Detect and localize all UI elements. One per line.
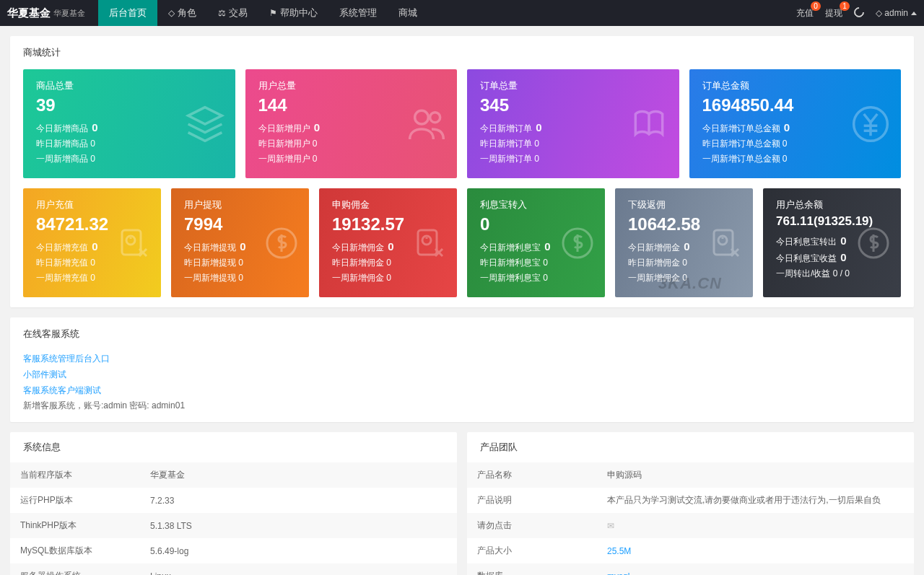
database-link[interactable]: mysql	[607, 571, 629, 576]
withdraw-badge: 1	[840, 1, 850, 11]
sys-info-title: 系统信息	[10, 432, 457, 462]
chevron-up-icon	[911, 12, 917, 15]
nav-system[interactable]: 系统管理	[328, 0, 388, 26]
svg-point-4	[126, 236, 135, 245]
mall-stats-panel: 商城统计 商品总量 39 今日新增商品 0 昨日新增商品 0 一周新增商品 0 …	[10, 36, 914, 307]
svg-rect-6	[418, 230, 437, 255]
table-row: MySQL数据库版本5.6.49-log	[10, 538, 457, 563]
stack-icon	[185, 104, 225, 144]
service-panel: 在线客服系统 客服系统管理后台入口 小部件测试 客服系统客户端测试 新增客服系统…	[10, 317, 914, 422]
stats-row-1: 商品总量 39 今日新增商品 0 昨日新增商品 0 一周新增商品 0 用户总量 …	[23, 69, 901, 178]
nav-role[interactable]: ◇角色	[157, 0, 207, 26]
brand: 华夏基金	[7, 6, 51, 20]
recharge-link[interactable]: 充值0	[796, 7, 814, 19]
doc-edit-icon	[116, 226, 151, 260]
nav-trade[interactable]: ⚖交易	[207, 0, 258, 26]
sys-info-table: 当前程序版本华夏基金 运行PHP版本7.2.33 ThinkPHP版本5.1.3…	[10, 462, 457, 575]
svg-rect-9	[714, 230, 733, 255]
table-row: 产品大小25.5M	[467, 538, 914, 563]
card-user-total: 用户总量 144 今日新增用户 0 昨日新增用户 0 一周新增用户 0	[245, 69, 458, 178]
product-size-link[interactable]: 25.5M	[607, 546, 631, 556]
user-menu[interactable]: ◇ admin	[876, 8, 917, 18]
nav-home[interactable]: 后台首页	[98, 0, 157, 26]
doc-edit-icon	[708, 226, 743, 260]
product-team-table: 产品名称申购源码 产品说明本产品只为学习测试交流,请勿要做商业或者用于违法行为,…	[467, 462, 914, 575]
product-team-title: 产品团队	[467, 432, 914, 462]
nav-help[interactable]: ⚑帮助中心	[258, 0, 328, 26]
card-balance: 用户总余额 761.11(91325.19) 今日利息宝转出 0 今日利息宝收益…	[763, 188, 901, 297]
table-row: 当前程序版本华夏基金	[10, 462, 457, 488]
card-order-amount: 订单总金额 1694850.44 今日新增订单总金额 0 昨日新增订单总金额 0…	[689, 69, 902, 178]
withdraw-link[interactable]: 提现1	[825, 7, 842, 19]
table-row: 运行PHP版本7.2.33	[10, 488, 457, 513]
table-row: ThinkPHP版本5.1.38 LTS	[10, 513, 457, 538]
service-title: 在线客服系统	[23, 328, 901, 341]
table-row: 产品名称申购源码	[467, 462, 914, 488]
brand-sub: 华夏基金	[53, 8, 85, 19]
service-link-client[interactable]: 客服系统客户端测试	[23, 382, 901, 398]
service-hint: 新增客服系统，账号:admin 密码: admin01	[23, 400, 901, 412]
table-row: 数据库mysql	[467, 563, 914, 575]
svg-point-0	[415, 110, 429, 124]
stats-row-2: 用户充值 84721.32 今日新增充值 0 昨日新增充值 0 一周新增充值 0…	[23, 188, 901, 297]
topbar: 华夏基金 华夏基金 后台首页 ◇角色 ⚖交易 ⚑帮助中心 系统管理 商城 充值0…	[0, 0, 924, 26]
recharge-badge: 0	[811, 1, 821, 11]
svg-rect-3	[122, 230, 141, 255]
product-team-panel: 产品团队 产品名称申购源码 产品说明本产品只为学习测试交流,请勿要做商业或者用于…	[467, 432, 914, 575]
doc-edit-icon	[412, 226, 447, 260]
user-icon: ◇	[876, 8, 882, 18]
card-withdraw: 用户提现 7994 今日新增提现 0 昨日新增提现 0 一周新增提现 0	[171, 188, 309, 297]
service-link-admin[interactable]: 客服系统管理后台入口	[23, 351, 901, 366]
refresh-button[interactable]	[854, 7, 864, 19]
sys-info-panel: 系统信息 当前程序版本华夏基金 运行PHP版本7.2.33 ThinkPHP版本…	[10, 432, 457, 575]
table-row: 产品说明本产品只为学习测试交流,请勿要做商业或者用于违法行为,一切后果自负	[467, 488, 914, 513]
bottom-row: 系统信息 当前程序版本华夏基金 运行PHP版本7.2.33 ThinkPHP版本…	[10, 432, 914, 575]
svg-point-10	[718, 236, 727, 245]
users-icon	[406, 104, 447, 144]
user-icon: ◇	[168, 8, 175, 18]
svg-point-1	[430, 112, 440, 122]
card-recharge: 用户充值 84721.32 今日新增充值 0 昨日新增充值 0 一周新增充值 0	[23, 188, 161, 297]
card-commission: 申购佣金 19132.57 今日新增佣金 0 昨日新增佣金 0 一周新增佣金 0	[319, 188, 457, 297]
content: 商城统计 商品总量 39 今日新增商品 0 昨日新增商品 0 一周新增商品 0 …	[0, 26, 924, 575]
card-interest: 利息宝转入 0 今日新增利息宝 0 昨日新增利息宝 0 一周新增利息宝 0	[467, 188, 605, 297]
nav-mall[interactable]: 商城	[388, 0, 428, 26]
card-goods-total: 商品总量 39 今日新增商品 0 昨日新增商品 0 一周新增商品 0	[23, 69, 235, 178]
scale-icon: ⚖	[218, 8, 226, 18]
mail-icon[interactable]: ✉	[597, 513, 914, 538]
table-row: 请勿点击✉	[467, 513, 914, 538]
table-row: 服务器操作系统Linux	[10, 563, 457, 575]
dollar-icon	[264, 226, 299, 260]
card-order-total: 订单总量 345 今日新增订单 0 昨日新增订单 0 一周新增订单 0	[467, 69, 679, 178]
book-icon	[629, 104, 669, 144]
refresh-icon	[852, 5, 866, 19]
card-rebate: 下级返佣 10642.58 今日新增佣金 0 昨日新增佣金 0 一周新增佣金 0	[615, 188, 753, 297]
service-link-widget[interactable]: 小部件测试	[23, 366, 901, 382]
top-right: 充值0 提现1 ◇ admin	[796, 7, 917, 19]
svg-point-7	[422, 236, 431, 245]
dollar-icon	[856, 226, 891, 260]
flag-icon: ⚑	[269, 8, 277, 18]
dollar-icon	[560, 226, 595, 260]
mall-stats-title: 商城统计	[23, 46, 901, 59]
yen-icon	[850, 104, 891, 144]
service-links: 客服系统管理后台入口 小部件测试 客服系统客户端测试	[23, 351, 901, 398]
main-nav: 后台首页 ◇角色 ⚖交易 ⚑帮助中心 系统管理 商城	[98, 0, 428, 26]
